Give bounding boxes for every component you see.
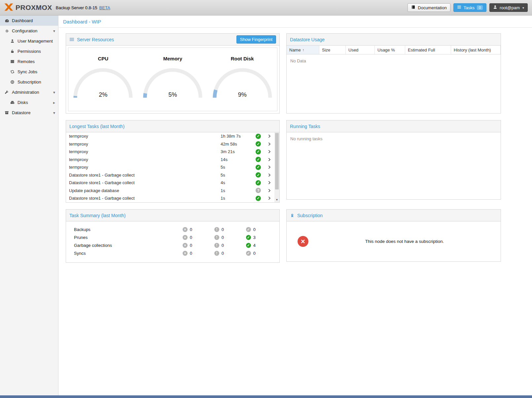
task-row[interactable]: Datastore store1 - Garbage collect4s✓ <box>66 179 274 187</box>
sidebar-item-sync-jobs[interactable]: Sync Jobs <box>0 67 58 77</box>
dashboard-grid: Server Resources Show Fingerprint CPU2%M… <box>59 28 532 269</box>
sidebar-item-permissions[interactable]: Permissions <box>0 46 58 56</box>
error-count: 0 <box>190 235 192 240</box>
gauge-chart: 5% <box>141 66 204 100</box>
gauge-label: Memory <box>163 56 182 61</box>
caret-down-icon[interactable]: ▾ <box>53 90 55 95</box>
documentation-button[interactable]: Documentation <box>408 3 450 12</box>
task-duration: 14s <box>221 157 252 162</box>
task-duration: 42m 58s <box>221 142 252 147</box>
column-header-size[interactable]: Size <box>319 46 346 54</box>
error-count: 0 <box>190 251 192 256</box>
tasks-label: Tasks <box>464 5 475 10</box>
task-name: termproxy <box>66 149 221 154</box>
longest-tasks-title: Longest Tasks (last Month) <box>69 124 124 129</box>
documentation-label: Documentation <box>418 5 446 10</box>
caret-down-icon[interactable]: ▾ <box>53 111 55 115</box>
task-ok-icon: ✓ <box>252 180 264 185</box>
beta-link[interactable]: BETA <box>99 5 110 10</box>
longest-tasks-panel: Longest Tasks (last Month) termproxy1h 3… <box>66 120 280 203</box>
column-label: Usage % <box>377 48 395 52</box>
archive-icon <box>4 111 10 115</box>
column-header-used[interactable]: Used <box>346 46 375 54</box>
sort-up-icon: ↑ <box>302 48 304 52</box>
task-row[interactable]: termproxy1h 38m 7s✓ <box>66 132 274 140</box>
task-list-icon <box>457 5 461 10</box>
ok-circle-icon: ✓ <box>246 235 251 240</box>
warning-count: 0 <box>222 243 224 248</box>
chevron-right-icon[interactable] <box>264 134 274 138</box>
chevron-right-icon[interactable] <box>264 181 274 185</box>
sidebar-item-remotes[interactable]: Remotes <box>0 56 58 67</box>
scrollbar[interactable]: ▼ <box>274 132 279 202</box>
task-row[interactable]: termproxy42m 58s✓ <box>66 140 274 148</box>
gauge-chart: 2% <box>72 66 134 100</box>
ok-stat: ✓0 <box>246 227 256 232</box>
scrollbar-thumb[interactable] <box>275 133 279 189</box>
page-title: Dashboard - WIP <box>63 19 101 24</box>
column-header-estimated-full[interactable]: Estimated Full <box>405 46 451 54</box>
user-icon <box>10 39 15 43</box>
column-header-history-last-month[interactable]: History (last Month) <box>451 46 501 54</box>
caret-right-icon[interactable]: ▸ <box>53 100 55 105</box>
task-ok-icon: ✓ <box>252 149 264 154</box>
sidebar-item-user-management[interactable]: User Management <box>0 36 58 46</box>
column-header-name[interactable]: Name↑ <box>287 46 319 54</box>
error-stat: ×0 <box>183 251 214 256</box>
chevron-right-icon[interactable] <box>264 188 274 193</box>
task-row[interactable]: Update package database1s? <box>66 187 274 195</box>
warning-count: 0 <box>222 235 224 240</box>
show-fingerprint-button[interactable]: Show Fingerprint <box>236 35 276 44</box>
sidebar-item-label: Permissions <box>18 49 41 54</box>
chevron-right-icon[interactable] <box>264 142 274 146</box>
user-icon <box>493 5 497 10</box>
sidebar-item-disks[interactable]: Disks▸ <box>0 97 58 108</box>
user-menu-button[interactable]: root@pam ▾ <box>489 3 528 12</box>
task-ok-icon: ✓ <box>252 172 264 178</box>
chevron-right-icon[interactable] <box>264 196 274 200</box>
task-row[interactable]: termproxy5s✓ <box>66 163 274 171</box>
chevron-right-icon[interactable] <box>264 173 274 177</box>
task-unknown-icon: ? <box>252 188 264 193</box>
running-tasks-header: Running Tasks <box>287 120 501 132</box>
caret-down-icon[interactable]: ▾ <box>53 29 55 33</box>
sidebar-item-dashboard[interactable]: Dashboard <box>0 16 58 26</box>
tachometer-icon <box>4 18 10 23</box>
datastore-usage-header: Datastore Usage <box>287 34 501 46</box>
longest-tasks-body: termproxy1h 38m 7s✓termproxy42m 58s✓term… <box>66 132 279 202</box>
running-tasks-empty-text: No running tasks <box>287 132 501 145</box>
task-row[interactable]: Datastore store1 - Garbage collect5s✓ <box>66 171 274 179</box>
datastore-grid-header: Name↑SizeUsedUsage %Estimated FullHistor… <box>287 46 501 54</box>
chevron-right-icon[interactable] <box>264 157 274 162</box>
warning-count: 0 <box>222 227 224 232</box>
task-row[interactable]: termproxy14s✓ <box>66 156 274 164</box>
subscription-title: Subscription <box>297 213 323 218</box>
ok-count: 0 <box>253 251 256 256</box>
sidebar-item-datastore[interactable]: Datastore▾ <box>0 108 58 118</box>
sidebar-item-label: User Management <box>18 39 53 44</box>
chevron-right-icon[interactable] <box>264 165 274 169</box>
datastore-usage-title: Datastore Usage <box>290 37 325 42</box>
column-header-usage[interactable]: Usage % <box>375 46 405 54</box>
sidebar-item-subscription[interactable]: Subscription <box>0 77 58 87</box>
task-ok-icon: ✓ <box>252 196 264 201</box>
error-count: 0 <box>190 227 192 232</box>
task-row[interactable]: termproxy3m 21s✓ <box>66 148 274 156</box>
scrollbar-down-icon[interactable]: ▼ <box>274 197 279 202</box>
tasks-button[interactable]: Tasks 0 <box>453 3 486 12</box>
server-resources-panel: Server Resources Show Fingerprint CPU2%M… <box>66 33 280 114</box>
summary-row-label: Syncs <box>66 251 183 256</box>
ok-stat: ✓3 <box>246 235 256 240</box>
task-row[interactable]: Datastore store1 - Garbage collect1s✓ <box>66 194 274 202</box>
proxmox-x-icon <box>4 3 13 12</box>
sidebar-item-administration[interactable]: Administration▾ <box>0 87 58 97</box>
gauge-cpu: CPU2% <box>68 48 138 111</box>
sidebar-item-configuration[interactable]: Configuration▾ <box>0 26 58 36</box>
lines-icon <box>69 37 74 42</box>
ok-circle-icon: ✓ <box>246 251 251 256</box>
task-summary-title: Task Summary (last Month) <box>69 213 125 218</box>
chevron-right-icon[interactable] <box>264 149 274 154</box>
server-resources-body: CPU2%Memory5%Root Disk9% <box>66 46 279 113</box>
gear-icon <box>4 29 10 33</box>
summary-row-label: Backups <box>66 227 183 232</box>
